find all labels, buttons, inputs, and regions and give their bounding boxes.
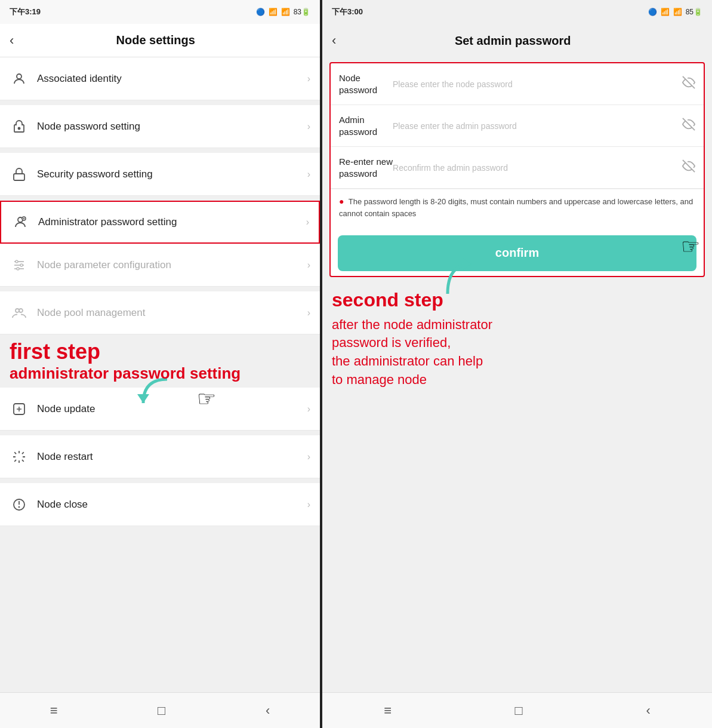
node-parameter-chevron: › — [307, 260, 310, 271]
svg-marker-20 — [463, 258, 471, 270]
svg-point-13 — [19, 309, 23, 312]
reenter-password-placeholder: Reconfirm the admin password — [393, 163, 677, 173]
svg-point-16 — [19, 506, 20, 507]
right-battery-icon: 85🔋 — [686, 8, 702, 16]
svg-point-1 — [19, 127, 20, 129]
svg-point-11 — [17, 268, 19, 270]
svg-point-9 — [16, 260, 18, 263]
left-home-icon[interactable]: □ — [158, 703, 165, 718]
arrow-right — [436, 252, 483, 302]
menu-item-admin-password[interactable]: Administrator password setting › — [0, 201, 320, 244]
node-password-chevron: › — [307, 121, 310, 132]
confirm-button[interactable]: confirm — [338, 235, 696, 271]
admin-password-row: Adminpassword Please enter the admin pas… — [331, 105, 704, 147]
set-admin-password-form: Nodepassword Please enter the node passw… — [329, 62, 705, 277]
bluetooth-icon: 🔵 — [256, 8, 265, 16]
node-parameter-icon — [10, 258, 29, 272]
first-step-label: first step — [10, 339, 310, 364]
menu-item-node-parameter[interactable]: Node parameter configuration › — [0, 244, 320, 287]
admin-password-chevron: › — [306, 217, 309, 228]
left-time: 下午3:19 — [10, 7, 41, 17]
reenter-password-field-label: Re-enter newpassword — [339, 156, 393, 179]
node-update-chevron: › — [307, 404, 310, 414]
signal-icon: 📶 — [269, 8, 278, 16]
right-panel: 下午3:00 🔵 📶 📶 85🔋 ‹ Set admin password No… — [320, 0, 712, 728]
node-password-row: Nodepassword Please enter the node passw… — [331, 63, 704, 105]
node-restart-icon — [10, 450, 29, 464]
menu-item-node-pool[interactable]: Node pool management › — [0, 291, 320, 334]
node-password-label: Node password setting — [37, 121, 307, 133]
second-step-desc: after the node administrator password is… — [332, 316, 702, 389]
admin-password-eye-icon[interactable] — [682, 118, 695, 134]
left-menu-icon[interactable]: ≡ — [50, 703, 58, 718]
wifi-icon: 📶 — [281, 8, 290, 16]
node-pool-label: Node pool management — [37, 307, 307, 319]
admin-password-placeholder: Please enter the admin password — [393, 121, 677, 131]
menu-item-security-password[interactable]: Security password setting › — [0, 153, 320, 196]
right-nav-bar: ‹ Set admin password — [322, 24, 712, 57]
associated-identity-label: Associated identity — [37, 73, 307, 85]
menu-item-associated-identity[interactable]: Associated identity › — [0, 57, 320, 100]
menu-item-node-restart[interactable]: Node restart › — [0, 435, 320, 478]
admin-password-field-label: Adminpassword — [339, 114, 393, 137]
reenter-password-input-area[interactable]: Reconfirm the admin password — [393, 159, 695, 176]
admin-pw-label: administrator password setting — [10, 364, 310, 383]
right-menu-icon[interactable]: ≡ — [384, 703, 392, 718]
left-panel: 下午3:19 🔵 📶 📶 83🔋 ‹ Node settings Associa… — [0, 0, 320, 728]
node-password-eye-icon[interactable] — [682, 76, 695, 92]
reenter-password-eye-icon[interactable] — [682, 159, 695, 176]
svg-point-0 — [17, 74, 21, 79]
node-password-placeholder: Please enter the node password — [393, 79, 677, 89]
right-signal-icon: 📶 — [661, 8, 670, 16]
node-restart-label: Node restart — [37, 451, 307, 463]
node-close-icon — [10, 497, 29, 512]
right-page-title: Set admin password — [343, 34, 682, 48]
left-bottom-nav: ≡ □ ‹ — [0, 692, 320, 728]
left-page-title: Node settings — [21, 33, 290, 47]
node-pool-icon — [10, 306, 29, 320]
right-home-icon[interactable]: □ — [515, 703, 523, 718]
left-status-bar: 下午3:19 🔵 📶 📶 83🔋 — [0, 0, 320, 24]
battery-icon: 83🔋 — [294, 8, 310, 16]
node-parameter-label: Node parameter configuration — [37, 259, 307, 271]
left-back-button[interactable]: ‹ — [10, 33, 14, 48]
right-bottom-nav: ≡ □ ‹ — [322, 692, 712, 728]
reenter-password-row: Re-enter newpassword Reconfirm the admin… — [331, 147, 704, 189]
svg-rect-2 — [14, 174, 24, 180]
cursor-hand-left: ☞ — [197, 386, 216, 411]
svg-point-10 — [20, 264, 23, 266]
node-update-icon — [10, 402, 29, 416]
associated-identity-chevron: › — [307, 73, 310, 84]
left-menu-list: Associated identity › Node password sett… — [0, 57, 320, 692]
right-back-nav-icon[interactable]: ‹ — [646, 703, 650, 718]
security-password-chevron: › — [307, 169, 310, 180]
second-step-title: second step — [332, 289, 702, 311]
svg-marker-5 — [137, 394, 149, 403]
node-pool-chevron: › — [307, 308, 310, 318]
node-password-input-area[interactable]: Please enter the node password — [393, 76, 695, 92]
left-nav-bar: ‹ Node settings — [0, 24, 320, 57]
right-bluetooth-icon: 🔵 — [648, 8, 657, 16]
cursor-hand-right: ☞ — [681, 234, 700, 259]
warning-dot-icon: ● — [339, 196, 344, 206]
right-status-bar: 下午3:00 🔵 📶 📶 85🔋 — [322, 0, 712, 24]
security-password-label: Security password setting — [37, 168, 307, 180]
node-restart-chevron: › — [307, 451, 310, 462]
warning-text-content: The password length is 8-20 digits, must… — [339, 197, 693, 218]
right-back-button[interactable]: ‹ — [332, 33, 336, 48]
associated-identity-icon — [10, 72, 29, 86]
node-close-label: Node close — [37, 499, 307, 511]
menu-item-node-close[interactable]: Node close › — [0, 483, 320, 526]
left-back-nav-icon[interactable]: ‹ — [266, 703, 270, 718]
security-password-icon — [10, 167, 29, 182]
admin-password-input-area[interactable]: Please enter the admin password — [393, 118, 695, 134]
node-password-field-label: Nodepassword — [339, 72, 393, 96]
right-wifi-icon: 📶 — [673, 8, 682, 16]
left-status-icons: 🔵 📶 📶 83🔋 — [256, 8, 310, 16]
menu-item-node-password[interactable]: Node password setting › — [0, 105, 320, 148]
node-close-chevron: › — [307, 499, 310, 510]
admin-password-icon — [11, 215, 30, 229]
admin-password-label: Administrator password setting — [38, 216, 306, 228]
node-password-icon — [10, 119, 29, 134]
second-step-container: second step after the node administrator… — [322, 282, 712, 389]
